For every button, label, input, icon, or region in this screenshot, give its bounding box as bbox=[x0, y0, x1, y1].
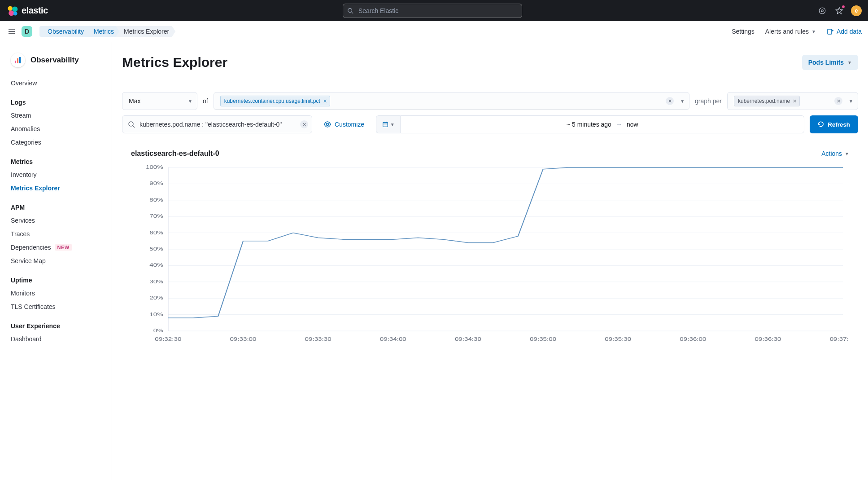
sidebar: Observability Overview Logs Stream Anoma… bbox=[0, 42, 112, 480]
sub-header: D Observability Metrics Metrics Explorer… bbox=[0, 21, 868, 42]
setup-guide-icon[interactable] bbox=[834, 5, 845, 16]
nav-toggle-icon[interactable] bbox=[6, 26, 17, 37]
sidebar-item-traces[interactable]: Traces bbox=[0, 227, 112, 241]
svg-point-6 bbox=[819, 8, 825, 14]
add-data-link[interactable]: Add data bbox=[827, 28, 862, 35]
svg-text:20%: 20% bbox=[149, 295, 163, 300]
svg-line-5 bbox=[352, 12, 353, 13]
metric-field-combobox[interactable]: kubernetes.container.cpu.usage.limit.pct… bbox=[214, 92, 689, 110]
query-row: kubernetes.pod.name : "elasticsearch-es-… bbox=[122, 115, 858, 142]
time-start: ~ 5 minutes ago bbox=[567, 121, 611, 128]
notification-dot bbox=[842, 5, 845, 9]
chevron-down-icon: ▼ bbox=[188, 99, 192, 104]
svg-text:09:36:00: 09:36:00 bbox=[680, 336, 706, 342]
svg-point-19 bbox=[327, 123, 329, 126]
metric-field-pill: kubernetes.container.cpu.usage.limit.pct… bbox=[220, 96, 330, 106]
svg-text:30%: 30% bbox=[149, 279, 163, 284]
alerts-and-rules-dropdown[interactable]: Alerts and rules ▼ bbox=[765, 28, 816, 35]
global-search-input[interactable] bbox=[343, 4, 522, 18]
header-left: elastic bbox=[6, 4, 48, 17]
sub-header-left: D Observability Metrics Metrics Explorer bbox=[6, 26, 175, 37]
search-icon bbox=[347, 8, 353, 14]
clear-group-icon[interactable]: ✕ bbox=[834, 97, 842, 105]
clear-metrics-icon[interactable]: ✕ bbox=[666, 97, 674, 105]
newsfeed-icon[interactable] bbox=[817, 5, 828, 16]
breadcrumb-observability[interactable]: Observability bbox=[39, 26, 90, 37]
quick-time-select[interactable]: ▼ bbox=[376, 115, 400, 133]
calendar-icon bbox=[382, 121, 388, 128]
eye-icon bbox=[324, 121, 331, 128]
elastic-logo[interactable]: elastic bbox=[6, 4, 48, 17]
remove-pill-icon[interactable]: ✕ bbox=[793, 98, 797, 104]
breadcrumb-current: Metrics Explorer bbox=[116, 26, 175, 37]
clear-query-icon[interactable]: ✕ bbox=[300, 120, 308, 128]
header-right: e bbox=[817, 5, 862, 16]
sidebar-item-tls-certificates[interactable]: TLS Certificates bbox=[0, 300, 112, 313]
svg-rect-15 bbox=[17, 58, 18, 63]
elastic-wordmark: elastic bbox=[22, 5, 48, 16]
svg-text:09:35:30: 09:35:30 bbox=[605, 336, 631, 342]
customize-button[interactable]: Customize bbox=[318, 115, 371, 133]
chevron-down-icon: ▼ bbox=[811, 29, 816, 34]
of-label: of bbox=[203, 97, 208, 105]
svg-line-18 bbox=[133, 126, 135, 128]
sidebar-group-metrics: Metrics bbox=[0, 149, 112, 168]
search-icon bbox=[128, 121, 135, 128]
settings-link[interactable]: Settings bbox=[732, 28, 755, 35]
breadcrumbs: Observability Metrics Metrics Explorer bbox=[37, 26, 175, 37]
date-range-display[interactable]: ~ 5 minutes ago → now bbox=[400, 115, 804, 133]
svg-text:0%: 0% bbox=[153, 328, 163, 333]
chart-title: elasticsearch-es-default-0 bbox=[131, 150, 219, 158]
sidebar-header: Observability bbox=[0, 51, 112, 76]
space-selector[interactable]: D bbox=[22, 26, 32, 37]
svg-text:09:34:00: 09:34:00 bbox=[380, 336, 406, 342]
saved-view-selector[interactable]: Pods Limits ▼ bbox=[802, 55, 858, 70]
group-field-pill: kubernetes.pod.name ✕ bbox=[734, 96, 800, 106]
sidebar-item-services[interactable]: Services bbox=[0, 214, 112, 227]
sidebar-item-inventory[interactable]: Inventory bbox=[0, 168, 112, 181]
sidebar-group-uptime: Uptime bbox=[0, 268, 112, 286]
kql-query-text: kubernetes.pod.name : "elasticsearch-es-… bbox=[140, 121, 296, 128]
sidebar-item-anomalies[interactable]: Anomalies bbox=[0, 122, 112, 136]
chevron-down-icon: ▼ bbox=[849, 99, 853, 104]
svg-text:70%: 70% bbox=[149, 213, 163, 219]
svg-rect-16 bbox=[19, 57, 21, 63]
group-by-combobox[interactable]: kubernetes.pod.name ✕ ✕ ▼ bbox=[727, 92, 858, 110]
sidebar-item-metrics-explorer[interactable]: Metrics Explorer bbox=[0, 181, 112, 195]
sidebar-item-stream[interactable]: Stream bbox=[0, 109, 112, 122]
svg-point-17 bbox=[129, 122, 133, 126]
page-title: Metrics Explorer bbox=[122, 55, 227, 70]
remove-pill-icon[interactable]: ✕ bbox=[323, 98, 327, 104]
chevron-down-icon: ▼ bbox=[847, 60, 852, 65]
sidebar-item-categories[interactable]: Categories bbox=[0, 136, 112, 149]
sidebar-item-overview[interactable]: Overview bbox=[0, 76, 112, 90]
graph-per-label: graph per bbox=[695, 97, 722, 105]
new-badge: NEW bbox=[55, 244, 72, 251]
sidebar-item-dashboard[interactable]: Dashboard bbox=[0, 332, 112, 346]
svg-text:09:35:00: 09:35:00 bbox=[530, 336, 556, 342]
aggregation-value: Max bbox=[129, 97, 140, 105]
filter-row: Max ▼ of kubernetes.container.cpu.usage.… bbox=[122, 81, 858, 115]
main-content: Metrics Explorer Pods Limits ▼ Max ▼ of … bbox=[112, 42, 868, 480]
svg-text:09:37:00: 09:37:00 bbox=[830, 336, 849, 342]
arrow-right-icon: → bbox=[616, 121, 622, 128]
kql-query-box[interactable]: kubernetes.pod.name : "elasticsearch-es-… bbox=[122, 115, 312, 133]
aggregation-select[interactable]: Max ▼ bbox=[122, 92, 197, 110]
breadcrumb-metrics[interactable]: Metrics bbox=[86, 26, 120, 37]
sidebar-item-service-map[interactable]: Service Map bbox=[0, 254, 112, 268]
svg-point-7 bbox=[821, 9, 824, 12]
sidebar-item-monitors[interactable]: Monitors bbox=[0, 286, 112, 300]
user-avatar[interactable]: e bbox=[851, 5, 862, 16]
svg-point-3 bbox=[13, 11, 17, 15]
refresh-button[interactable]: Refresh bbox=[810, 115, 858, 133]
svg-point-0 bbox=[8, 6, 13, 11]
sidebar-item-dependencies[interactable]: Dependencies NEW bbox=[0, 241, 112, 254]
observability-icon bbox=[11, 53, 25, 67]
chart-actions-dropdown[interactable]: Actions ▼ bbox=[821, 150, 849, 157]
sidebar-title: Observability bbox=[31, 56, 79, 65]
chart-container: 0%10%20%30%40%50%60%70%80%90%100%09:32:3… bbox=[122, 161, 858, 344]
svg-point-4 bbox=[348, 8, 352, 12]
date-range-group: ▼ ~ 5 minutes ago → now bbox=[376, 115, 804, 133]
chart-header: elasticsearch-es-default-0 Actions ▼ bbox=[122, 142, 858, 161]
svg-rect-11 bbox=[828, 29, 832, 34]
